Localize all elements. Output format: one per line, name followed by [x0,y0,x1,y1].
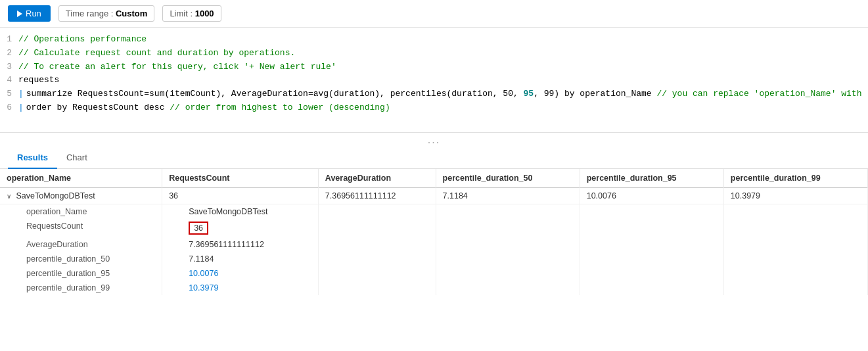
nested-key-2: AverageDuration [0,237,162,252]
line-number-5: 5 [0,87,18,101]
limit-pill[interactable]: Limit : 1000 [162,5,221,22]
pipe-5: | [18,87,24,101]
col-header-p50: percentile_duration_50 [436,169,580,188]
code-line-1: 1 // Operations performance [0,33,868,47]
code-line-2: 2 // Calculate request count and duratio… [0,47,868,60]
resize-dots: ... [428,134,440,145]
cell-p99: 10.3979 [723,188,867,204]
results-table-container: operation_Name RequestsCount AverageDura… [0,169,868,295]
nested-key-4: percentile_duration_95 [0,266,162,281]
code-content-3: // To create an alert for this query, cl… [18,60,336,74]
nested-key-3: percentile_duration_50 [0,252,162,266]
nested-row-3: percentile_duration_50 7.1184 [0,252,868,266]
nested-row-4: percentile_duration_95 10.0076 [0,266,868,281]
nested-key-1: RequestsCount [0,219,162,237]
nested-val-1: 36 [162,219,319,237]
code-content-4: requests [18,74,59,87]
code-line-3: 3 // To create an alert for this query, … [0,60,868,74]
toolbar: Run Time range : Custom Limit : 1000 [0,0,868,28]
limit-label: Limit : [170,9,193,18]
time-range-pill[interactable]: Time range : Custom [58,5,155,22]
nested-val-2: 7.369561111111112 [162,237,319,252]
nested-val-4: 10.0076 [162,266,319,281]
code-content-1: // Operations performance [18,33,147,47]
results-table: operation_Name RequestsCount AverageDura… [0,169,868,295]
time-range-label: Time range : [66,9,114,18]
line-number-3: 3 [0,60,18,74]
tabs-bar: Results Chart [0,147,868,169]
cell-p50: 7.1184 [436,188,580,204]
resize-handle[interactable]: ... [0,133,868,147]
tab-chart[interactable]: Chart [57,147,97,169]
code-line-6: 6 | order by RequestsCount desc // order… [0,101,868,115]
table-header-row: operation_Name RequestsCount AverageDura… [0,169,868,188]
nested-key-0: operation_Name [0,204,162,220]
nested-val-0: SaveToMongoDBTest [162,204,319,220]
code-editor[interactable]: 1 // Operations performance 2 // Calcula… [0,28,868,133]
col-header-p95: percentile_duration_95 [580,169,723,188]
tab-results[interactable]: Results [8,147,57,169]
code-line-4: 4 requests [0,74,868,87]
code-content-5: summarize RequestsCount=sum(itemCount), … [26,87,862,101]
nested-row-1: RequestsCount 36 [0,219,868,237]
nested-row-5: percentile_duration_99 10.3979 [0,281,868,295]
code-content-6: order by RequestsCount desc // order fro… [26,101,390,115]
play-icon [17,11,22,17]
col-header-requests-count: RequestsCount [162,169,319,188]
cell-requests-count: 36 [162,188,319,204]
nested-row-0: operation_Name SaveToMongoDBTest [0,204,868,220]
run-button[interactable]: Run [8,5,51,22]
expand-icon[interactable]: ∨ [7,193,11,200]
code-line-5: 5 | summarize RequestsCount=sum(itemCoun… [0,87,868,101]
time-range-value: Custom [116,9,147,18]
line-number-2: 2 [0,47,18,60]
col-header-avg-duration: AverageDuration [318,169,436,188]
nested-row-2: AverageDuration 7.369561111111112 [0,237,868,252]
cell-operation-name: ∨ SaveToMongoDBTest [0,188,162,204]
run-label: Run [26,9,41,18]
col-header-p99: percentile_duration_99 [723,169,867,188]
results-area: Results Chart operation_Name RequestsCou… [0,147,868,295]
nested-val-3: 7.1184 [162,252,319,266]
line-number-1: 1 [0,33,18,47]
cell-avg-duration: 7.36956111111112 [318,188,436,204]
nested-val-5: 10.3979 [162,281,319,295]
col-header-operation-name: operation_Name [0,169,162,188]
limit-value: 1000 [195,9,214,18]
line-number-4: 4 [0,74,18,87]
nested-key-5: percentile_duration_99 [0,281,162,295]
pipe-6: | [18,101,24,115]
line-number-6: 6 [0,101,18,115]
table-row-main: ∨ SaveToMongoDBTest 36 7.36956111111112 … [0,188,868,204]
code-content-2: // Calculate request count and duration … [18,47,295,60]
cell-p95: 10.0076 [580,188,723,204]
highlighted-requests-count: 36 [189,222,208,235]
